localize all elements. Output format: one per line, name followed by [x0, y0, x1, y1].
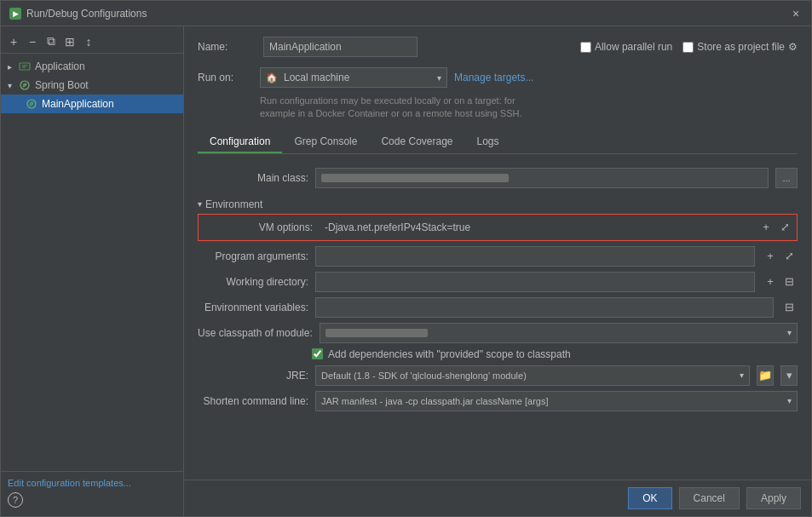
- close-button[interactable]: ×: [789, 7, 803, 20]
- jre-expand-button[interactable]: ▾: [780, 365, 798, 386]
- jre-folder-button[interactable]: 📁: [757, 365, 774, 386]
- tab-configuration[interactable]: Configuration: [198, 131, 282, 153]
- shorten-cmd-value: JAR manifest - java -cp classpath.jar cl…: [321, 396, 549, 406]
- working-dir-label: Working directory:: [198, 276, 308, 288]
- env-vars-input[interactable]: [315, 297, 774, 318]
- add-config-button[interactable]: +: [6, 34, 21, 49]
- program-args-input[interactable]: [315, 246, 755, 267]
- spring-boot-arrow: ▾: [8, 81, 18, 90]
- add-deps-row: Add dependencies with "provided" scope t…: [312, 348, 798, 360]
- name-input[interactable]: [263, 37, 418, 57]
- vm-options-input[interactable]: [320, 217, 751, 238]
- store-project-label: Store as project file: [697, 41, 785, 53]
- name-row: Name: Allow parallel run Store as projec…: [198, 37, 798, 57]
- run-on-row: Run on: 🏠 Local machine ▾ Manage targets…: [198, 67, 798, 88]
- tab-code-coverage[interactable]: Code Coverage: [369, 131, 464, 153]
- vm-options-label: VM options:: [202, 221, 313, 233]
- environment-section-header: ▾ Environment: [198, 193, 798, 214]
- store-project-area: Store as project file ⚙: [682, 41, 798, 53]
- copy-config-button[interactable]: ⧉: [43, 34, 59, 49]
- program-args-row: Program arguments: + ⤢: [198, 246, 798, 267]
- move-config-button[interactable]: ⊞: [62, 34, 78, 49]
- configuration-panel: Name: Allow parallel run Store as projec…: [184, 26, 811, 480]
- sidebar: + − ⧉ ⊞ ↕ ▸ Application: [1, 26, 184, 516]
- jre-dropdown-arrow: ▾: [740, 371, 744, 380]
- main-class-browse-button[interactable]: ...: [775, 168, 798, 188]
- vm-options-actions: + ⤢: [757, 218, 793, 237]
- application-arrow: ▸: [8, 62, 18, 72]
- name-label: Name:: [198, 41, 253, 53]
- run-on-label: Run on:: [198, 72, 253, 83]
- add-deps-checkbox[interactable]: [312, 348, 323, 359]
- run-on-value: Local machine: [284, 72, 349, 83]
- run-on-dropdown-arrow: ▾: [437, 73, 441, 83]
- tree-item-main-application[interactable]: MainApplication: [1, 95, 183, 113]
- run-on-dropdown[interactable]: 🏠 Local machine ▾: [260, 67, 447, 88]
- config-tree: ▸ Application ▾: [1, 54, 183, 471]
- allow-parallel-label: Allow parallel run: [580, 41, 672, 53]
- shorten-cmd-arrow: ▾: [787, 396, 792, 405]
- main-class-label: Main class:: [198, 172, 308, 184]
- main-class-blurred: [321, 174, 509, 182]
- remove-config-button[interactable]: −: [25, 34, 40, 49]
- environment-arrow: ▾: [198, 199, 202, 209]
- spring-boot-label: Spring Boot: [35, 79, 89, 91]
- working-dir-browse-button[interactable]: +: [762, 273, 779, 291]
- tree-item-application[interactable]: ▸ Application: [1, 57, 183, 76]
- spring-boot-icon: [18, 78, 32, 92]
- env-vars-browse-button[interactable]: ⊟: [780, 298, 798, 317]
- tab-logs[interactable]: Logs: [465, 131, 511, 153]
- env-vars-actions: ⊟: [780, 298, 798, 317]
- store-project-checkbox[interactable]: [682, 42, 694, 53]
- working-dir-folder-button[interactable]: ⊟: [780, 273, 798, 291]
- dialog-footer: OK Cancel Apply: [184, 480, 811, 516]
- apply-button[interactable]: Apply: [746, 487, 801, 509]
- dialog-icon: ▶: [9, 8, 21, 20]
- working-dir-input[interactable]: [315, 272, 755, 292]
- classpath-module-label: Use classpath of module:: [198, 327, 313, 339]
- jre-dropdown[interactable]: Default (1.8 - SDK of 'qlcloud-shenglong…: [315, 365, 750, 386]
- svg-rect-0: [20, 63, 30, 70]
- cancel-button[interactable]: Cancel: [679, 487, 740, 509]
- store-project-gear-icon[interactable]: ⚙: [788, 41, 798, 53]
- application-icon: [18, 60, 32, 73]
- manage-targets-link[interactable]: Manage targets...: [454, 72, 533, 83]
- program-args-expand-button[interactable]: ⤢: [780, 247, 798, 266]
- help-button[interactable]: ?: [8, 492, 23, 508]
- application-label: Application: [35, 60, 85, 72]
- sort-config-button[interactable]: ↕: [81, 34, 96, 49]
- vm-options-add-button[interactable]: +: [757, 218, 775, 237]
- vm-options-expand-button[interactable]: ⤢: [776, 218, 793, 237]
- dialog-title: Run/Debug Configurations: [26, 8, 147, 20]
- run-on-description: Run configurations may be executed local…: [260, 95, 798, 121]
- sidebar-toolbar: + − ⧉ ⊞ ↕: [1, 30, 183, 54]
- tabs-bar: Configuration Grep Console Code Coverage…: [198, 131, 798, 154]
- tab-content-configuration: Main class: ... ▾ Environment VM options…: [198, 161, 798, 469]
- jre-value: Default (1.8 - SDK of 'qlcloud-shenglong…: [321, 371, 527, 381]
- classpath-module-blurred: [325, 329, 428, 337]
- shorten-cmd-dropdown[interactable]: JAR manifest - java -cp classpath.jar cl…: [315, 391, 798, 411]
- shorten-cmd-label: Shorten command line:: [198, 395, 308, 407]
- classpath-module-dropdown[interactable]: ▾: [320, 323, 798, 343]
- run-debug-dialog: ▶ Run/Debug Configurations × + − ⧉ ⊞ ↕ ▸: [0, 0, 812, 517]
- main-content: + − ⧉ ⊞ ↕ ▸ Application: [1, 26, 811, 516]
- jre-row: JRE: Default (1.8 - SDK of 'qlcloud-shen…: [198, 365, 798, 386]
- shorten-cmd-row: Shorten command line: JAR manifest - jav…: [198, 391, 798, 411]
- allow-parallel-checkbox[interactable]: [580, 42, 591, 53]
- edit-templates-link[interactable]: Edit configuration templates...: [8, 478, 131, 488]
- main-application-icon: [25, 97, 38, 111]
- program-args-add-button[interactable]: +: [762, 247, 779, 266]
- tab-grep-console[interactable]: Grep Console: [282, 131, 369, 153]
- sidebar-footer: Edit configuration templates... ?: [1, 471, 183, 513]
- classpath-module-arrow: ▾: [787, 328, 792, 337]
- program-args-actions: + ⤢: [762, 247, 798, 266]
- classpath-module-row: Use classpath of module: ▾: [198, 323, 798, 343]
- ok-button[interactable]: OK: [628, 487, 671, 509]
- tree-item-spring-boot[interactable]: ▾ Spring Boot: [1, 76, 183, 95]
- vm-options-row: VM options: + ⤢: [198, 214, 798, 241]
- title-bar: ▶ Run/Debug Configurations ×: [1, 1, 811, 26]
- env-vars-row: Environment variables: ⊟: [198, 297, 798, 318]
- env-vars-label: Environment variables:: [198, 302, 308, 313]
- program-args-label: Program arguments:: [198, 250, 308, 262]
- main-class-row: Main class: ...: [198, 168, 798, 188]
